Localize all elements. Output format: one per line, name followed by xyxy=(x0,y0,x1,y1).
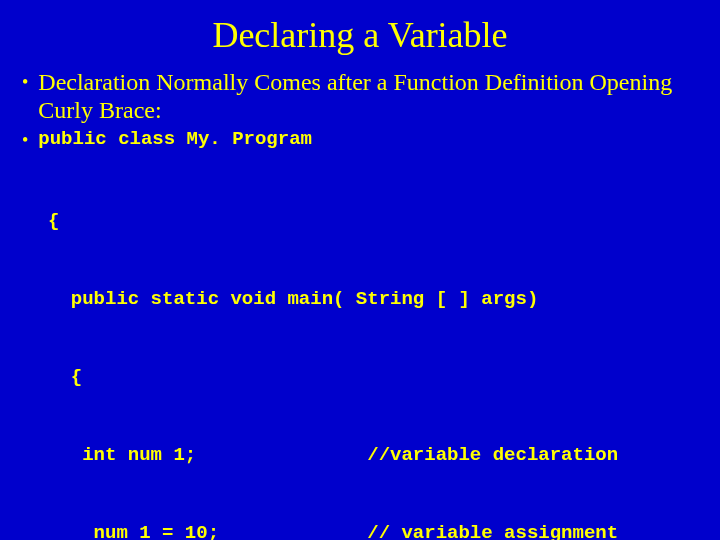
code-line: { xyxy=(48,364,700,390)
bullet-icon: • xyxy=(22,126,28,154)
bullet-text: Declaration Normally Comes after a Funct… xyxy=(38,68,700,124)
page-title: Declaring a Variable xyxy=(20,14,700,56)
code-line: { xyxy=(48,208,700,234)
bullet-declaration-position: • Declaration Normally Comes after a Fun… xyxy=(20,68,700,124)
bullet-code-label: public class My. Program xyxy=(38,126,312,152)
code-line: int num 1; //variable declaration xyxy=(48,442,700,468)
code-line: num 1 = 10; // variable assignment xyxy=(48,520,700,540)
code-block: { public static void main( String [ ] ar… xyxy=(48,156,700,540)
bullet-icon: • xyxy=(22,68,28,96)
bullet-code-header: • public class My. Program xyxy=(20,126,700,154)
code-line: public static void main( String [ ] args… xyxy=(48,286,700,312)
